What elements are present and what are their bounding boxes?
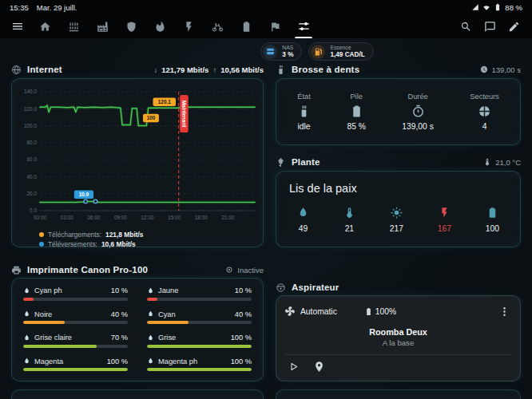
flag-icon (269, 21, 281, 33)
toothbrush-col-3: Secteurs4 (470, 93, 499, 131)
tab-bike[interactable] (203, 14, 232, 38)
tab-radiator[interactable] (59, 14, 88, 38)
menu-icon (11, 20, 24, 33)
svg-text:140.0: 140.0 (24, 89, 37, 94)
vacuum-menu-button[interactable] (496, 303, 512, 319)
svg-text:0.0: 0.0 (30, 207, 37, 213)
wifi-icon (482, 3, 490, 11)
ink-level-row: Jaune10 % (147, 286, 252, 301)
svg-text:Maintenant: Maintenant (181, 101, 187, 128)
svg-text:80.0: 80.0 (27, 140, 38, 145)
menu-button[interactable] (8, 17, 27, 36)
badge-essence[interactable]: Essence1,49 CAD/L (308, 42, 373, 61)
svg-text:18:00: 18:00 (195, 215, 208, 220)
printer-section-header: Imprimante Canon Pro-100 Inactive (11, 263, 264, 276)
vacuum-mode: Automatic (300, 307, 337, 316)
ink-level-row: Magenta100 % (23, 358, 128, 372)
printer-icon (11, 265, 22, 275)
tab-fire[interactable] (145, 14, 174, 38)
svg-text:09:00: 09:00 (114, 215, 127, 220)
toothbrush-icon (276, 65, 286, 75)
toothbrush-title: Brosse à dents (292, 65, 359, 74)
radiator-icon (68, 21, 80, 33)
badge-label: NAS (282, 45, 293, 51)
signal-icon (471, 3, 479, 11)
internet-legend: Téléchargements:121,8 Mbit/sTéléversemen… (18, 231, 256, 248)
svg-text:40.0: 40.0 (27, 174, 38, 180)
vacuum-locate-button[interactable] (313, 361, 326, 373)
tab-tune[interactable] (289, 14, 318, 38)
tab-flash[interactable] (174, 14, 203, 38)
action-search[interactable] (454, 14, 478, 38)
ink-level-row: Noire40 % (23, 310, 128, 325)
ink-level-bar (23, 368, 128, 371)
tab-battery[interactable] (232, 14, 260, 38)
tab-factory[interactable] (88, 14, 117, 38)
factory-icon (97, 21, 109, 33)
tab-home[interactable] (30, 14, 59, 38)
vacuum-section-header: Aspirateur (276, 281, 521, 294)
legend-item: Téléversements:10,6 Mbit/s (39, 240, 256, 248)
plant-temperature: 21,0 °C (495, 158, 521, 167)
legend-dot (39, 242, 44, 247)
fan-icon (284, 306, 296, 317)
chat-icon (484, 21, 496, 33)
vacuum-title: Aspirateur (292, 282, 339, 292)
badge-value: 1,49 CAD/L (330, 51, 364, 58)
drop-icon (147, 310, 154, 318)
play-icon (288, 361, 300, 373)
status-battery: 88 % (505, 3, 522, 12)
clock-icon (480, 65, 488, 73)
svg-text:10.9: 10.9 (79, 192, 89, 197)
toothbrush-section-header: Brosse à dents 139,00 s (276, 63, 521, 76)
vacuum-play-button[interactable] (288, 361, 300, 373)
plant-metric-conductivity: 167 (438, 207, 451, 233)
tune-icon (298, 21, 310, 33)
brightness-icon (391, 207, 403, 219)
action-pencil[interactable] (502, 14, 526, 38)
plant-metric-battery: 100 (486, 207, 499, 233)
vacuum-status: A la base (284, 338, 512, 347)
internet-card: 0.020.040.060.080.0100.0120.0140.000:000… (11, 78, 264, 247)
ink-level-bar (147, 345, 252, 348)
ink-level-row: Grise100 % (147, 334, 252, 348)
toothbrush-card: ÉtatidlePile85 %Durée139,00 sSecteurs4 (276, 78, 521, 145)
ink-level-bar (23, 298, 128, 301)
legend-dot (39, 232, 44, 237)
gas-pump-icon (314, 47, 323, 56)
conductivity-icon (439, 207, 451, 219)
nas-icon (266, 47, 275, 56)
app-header (0, 14, 532, 38)
tab-shield[interactable] (117, 14, 145, 38)
shield-icon (125, 21, 137, 33)
ink-level-bar (147, 298, 252, 301)
action-chat[interactable] (478, 14, 502, 38)
internet-upload-stat: 10,56 Mbit/s (220, 65, 264, 74)
ink-level-bar (23, 345, 128, 348)
printer-card: Cyan ph10 %Jaune10 %Noire40 %Cyan40 %Gri… (11, 278, 264, 381)
pencil-icon (508, 21, 520, 33)
drop-icon (23, 358, 30, 365)
vacuum-actions (284, 354, 512, 373)
svg-text:00:00: 00:00 (34, 215, 46, 220)
fire-icon (154, 21, 166, 33)
vacuum-icon (276, 282, 286, 293)
toothbrush-col-2: Durée139,00 s (402, 93, 434, 131)
badges-row: NAS3 %Essence1,49 CAD/L (51, 42, 532, 61)
status-ring-icon (225, 266, 233, 274)
status-time: 15:35 (10, 3, 29, 12)
drop-icon (23, 334, 30, 342)
thermometer-icon (343, 207, 355, 219)
thermometer-icon (483, 158, 491, 166)
status-bar: 15:35 Mar. 29 juill. 88 % (0, 0, 532, 14)
ink-level-row: Cyan40 % (147, 310, 252, 325)
plant-card: Lis de la paix 4921217167100 (276, 171, 521, 247)
svg-text:21:00: 21:00 (221, 215, 234, 220)
bike-icon (212, 21, 224, 33)
battery-small-icon (494, 3, 502, 11)
svg-text:03:00: 03:00 (61, 215, 73, 220)
tab-flag[interactable] (260, 14, 289, 38)
badge-value: 3 % (282, 51, 293, 58)
toothbrush-col-1: Pile85 % (347, 93, 365, 131)
badge-nas[interactable]: NAS3 % (260, 42, 302, 61)
